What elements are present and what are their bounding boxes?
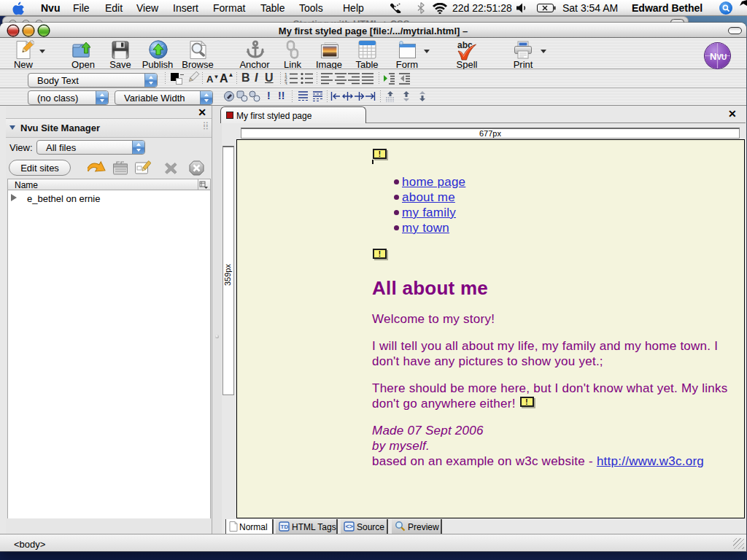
svg-text:NVU: NVU — [710, 51, 727, 62]
svg-text:TD: TD — [281, 524, 289, 530]
svg-text:3: 3 — [285, 81, 287, 85]
svg-text:<>: <> — [346, 523, 354, 530]
